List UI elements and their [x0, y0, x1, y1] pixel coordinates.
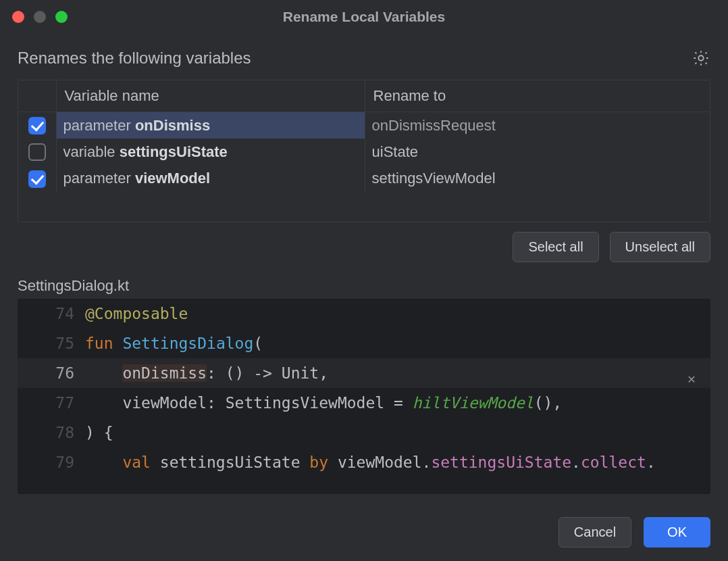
variable-label: parameter onDismiss: [63, 117, 211, 134]
code-line: fun SettingsDialog(: [84, 328, 710, 358]
dialog-subtitle: Renames the following variables: [18, 49, 251, 68]
code-line: val settingsUiState by viewModel.setting…: [84, 447, 710, 477]
rename-value[interactable]: uiState: [372, 143, 419, 160]
column-variable-name: Variable name: [56, 80, 365, 112]
gear-icon[interactable]: [692, 49, 710, 68]
window-title: Rename Local Variables: [0, 9, 728, 25]
code-line: viewModel: SettingsViewModel = hiltViewM…: [84, 388, 710, 418]
titlebar: Rename Local Variables: [0, 0, 728, 34]
variable-label: variable settingsUiState: [63, 143, 228, 160]
row-checkbox[interactable]: [28, 170, 46, 188]
svg-point-0: [698, 55, 703, 60]
gutter-line-number: 79: [18, 447, 84, 477]
gutter-line-number: 78: [18, 418, 84, 447]
table-row[interactable]: parameter onDismiss: [18, 112, 710, 139]
table-row[interactable]: variable settingsUiState uiState: [18, 139, 710, 165]
code-line: onDismiss: () -> Unit,: [84, 358, 710, 388]
gutter-line-number: 76: [18, 358, 84, 388]
rename-table: Variable name Rename to parameter onDism…: [18, 80, 710, 222]
code-line: ) {: [84, 418, 710, 447]
dialog-footer: Cancel OK: [0, 506, 728, 561]
variable-label: parameter viewModel: [63, 170, 211, 187]
close-preview-icon[interactable]: ✕: [687, 364, 696, 393]
gutter-line-number: 77: [18, 388, 84, 418]
cancel-button[interactable]: Cancel: [558, 517, 631, 547]
column-rename-to: Rename to: [365, 80, 710, 112]
code-line: @Composable: [84, 299, 710, 328]
gutter-line-number: 75: [18, 328, 84, 358]
row-checkbox[interactable]: [28, 117, 46, 135]
preview-filename: SettingsDialog.kt: [18, 277, 710, 295]
rename-value[interactable]: settingsViewModel: [372, 170, 496, 187]
code-preview: ✕ 74 @Composable 75 fun SettingsDialog( …: [18, 299, 710, 494]
row-checkbox[interactable]: [28, 143, 46, 161]
rename-input[interactable]: [372, 117, 703, 135]
dialog-content: Renames the following variables Variable…: [0, 34, 728, 506]
ok-button[interactable]: OK: [644, 517, 710, 547]
table-empty-row: [18, 192, 710, 222]
table-row[interactable]: parameter viewModel settingsViewModel: [18, 165, 710, 191]
unselect-all-button[interactable]: Unselect all: [610, 232, 710, 262]
gutter-line-number: 74: [18, 299, 84, 328]
checkbox-header: [18, 80, 56, 112]
select-all-button[interactable]: Select all: [513, 232, 598, 262]
dialog-window: Rename Local Variables Renames the follo…: [0, 0, 728, 561]
